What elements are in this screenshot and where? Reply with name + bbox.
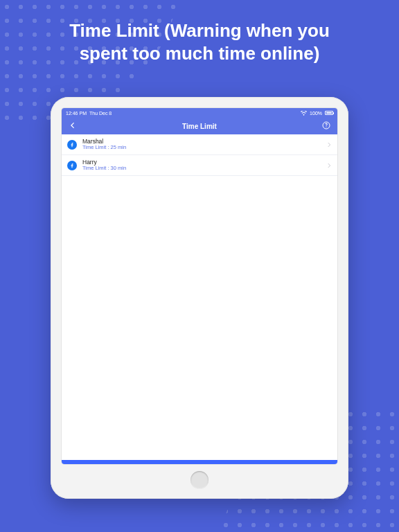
status-time: 12:46 PM xyxy=(66,111,87,116)
nav-bar: Time Limit xyxy=(62,118,337,134)
chevron-right-icon xyxy=(326,139,332,151)
list-item-text: Marshal Time Limit : 25 min xyxy=(82,139,326,151)
facebook-icon xyxy=(67,140,77,150)
empty-content-area xyxy=(62,176,337,460)
home-button[interactable] xyxy=(190,471,209,489)
tablet-frame: 12:46 PM Thu Dec 8 100% xyxy=(51,97,348,499)
status-right: 100% xyxy=(301,111,333,116)
headline-line-2: spent too much time online) xyxy=(80,43,320,64)
tablet-screen: 12:46 PM Thu Dec 8 100% xyxy=(62,108,337,464)
time-limit-label: Time Limit : 25 min xyxy=(82,145,326,150)
wifi-icon xyxy=(301,111,307,116)
help-icon xyxy=(322,121,330,131)
list-item[interactable]: Marshal Time Limit : 25 min xyxy=(62,134,337,155)
facebook-icon xyxy=(67,161,77,170)
back-button[interactable] xyxy=(66,118,80,134)
battery-icon xyxy=(325,111,333,115)
status-bar: 12:46 PM Thu Dec 8 100% xyxy=(62,108,337,118)
list-item[interactable]: Harry Time Limit : 30 min xyxy=(62,155,337,176)
promo-background: Time Limit (Warning when you spent too m… xyxy=(0,0,399,532)
nav-title: Time Limit xyxy=(182,123,217,130)
status-date: Thu Dec 8 xyxy=(89,111,112,116)
promo-headline: Time Limit (Warning when you spent too m… xyxy=(0,0,399,64)
bottom-accent-bar xyxy=(62,460,337,464)
list-item-text: Harry Time Limit : 30 min xyxy=(82,159,326,172)
chevron-left-icon xyxy=(69,121,76,131)
help-button[interactable] xyxy=(319,118,333,134)
chevron-right-icon xyxy=(326,159,332,172)
battery-percent: 100% xyxy=(310,111,322,116)
account-list: Marshal Time Limit : 25 min Harry Time L… xyxy=(62,134,337,176)
time-limit-label: Time Limit : 30 min xyxy=(82,166,326,171)
status-left: 12:46 PM Thu Dec 8 xyxy=(66,111,112,116)
headline-line-1: Time Limit (Warning when you xyxy=(69,20,330,41)
